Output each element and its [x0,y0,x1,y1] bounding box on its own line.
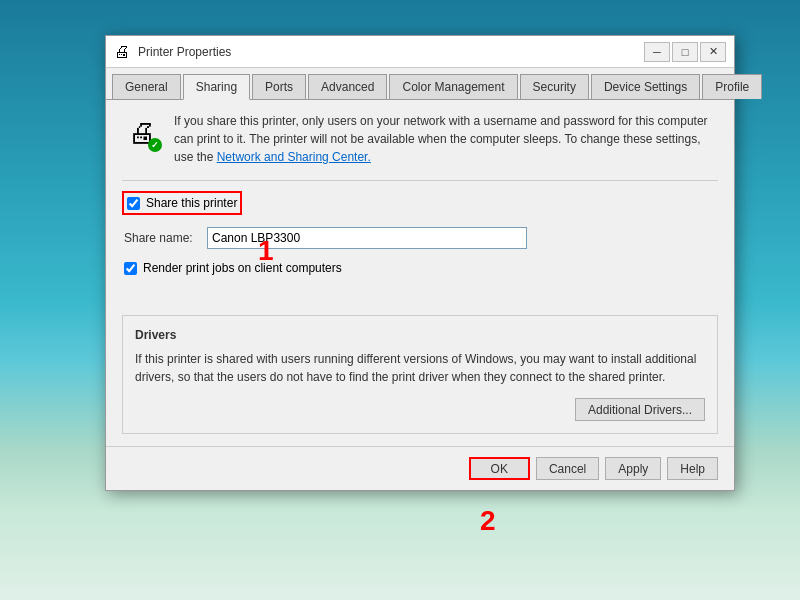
drivers-title: Drivers [135,328,705,342]
tab-ports[interactable]: Ports [252,74,306,99]
render-jobs-row: Render print jobs on client computers [122,261,718,275]
network-sharing-center-link[interactable]: Network and Sharing Center. [217,150,371,164]
share-name-input[interactable] [207,227,527,249]
share-printer-row: Share this printer [122,191,242,215]
render-jobs-label[interactable]: Render print jobs on client computers [143,261,342,275]
tab-profile[interactable]: Profile [702,74,762,99]
tab-security[interactable]: Security [520,74,589,99]
annotation-badge-1: 1 [258,235,274,267]
minimize-button[interactable]: ─ [644,42,670,62]
info-description: If you share this printer, only users on… [174,112,718,166]
info-section: 🖨 ✓ If you share this printer, only user… [122,112,718,166]
ok-button[interactable]: OK [469,457,530,480]
share-name-label: Share name: [124,231,199,245]
title-bar: 🖨 Printer Properties ─ □ ✕ [106,36,734,68]
title-bar-controls: ─ □ ✕ [644,42,726,62]
drivers-button-row: Additional Drivers... [135,398,705,421]
tab-sharing[interactable]: Sharing [183,74,250,100]
cancel-button[interactable]: Cancel [536,457,599,480]
drivers-section: Drivers If this printer is shared with u… [122,315,718,434]
share-name-row: Share name: [122,227,718,249]
drivers-description: If this printer is shared with users run… [135,350,705,386]
sharing-form: Share this printer Share name: Render pr… [122,191,718,295]
help-button[interactable]: Help [667,457,718,480]
render-jobs-checkbox[interactable] [124,262,137,275]
share-printer-checkbox[interactable] [127,197,140,210]
close-button[interactable]: ✕ [700,42,726,62]
tab-color-management[interactable]: Color Management [389,74,517,99]
printer-properties-window: 🖨 Printer Properties ─ □ ✕ General Shari… [105,35,735,491]
tab-advanced[interactable]: Advanced [308,74,387,99]
window-icon: 🖨 [114,44,130,60]
dialog-buttons: OK Cancel Apply Help [106,446,734,490]
section-divider [122,180,718,181]
checkmark-icon: ✓ [148,138,162,152]
tab-general[interactable]: General [112,74,181,99]
tab-bar: General Sharing Ports Advanced Color Man… [106,68,734,100]
additional-drivers-button[interactable]: Additional Drivers... [575,398,705,421]
window-title: Printer Properties [138,45,644,59]
maximize-button[interactable]: □ [672,42,698,62]
tab-content: 🖨 ✓ If you share this printer, only user… [106,100,734,446]
tab-device-settings[interactable]: Device Settings [591,74,700,99]
annotation-badge-2: 2 [480,505,496,537]
desktop: 🖨 Printer Properties ─ □ ✕ General Shari… [0,0,800,600]
share-printer-label[interactable]: Share this printer [146,196,237,210]
apply-button[interactable]: Apply [605,457,661,480]
printer-icon-container: 🖨 ✓ [122,112,162,152]
